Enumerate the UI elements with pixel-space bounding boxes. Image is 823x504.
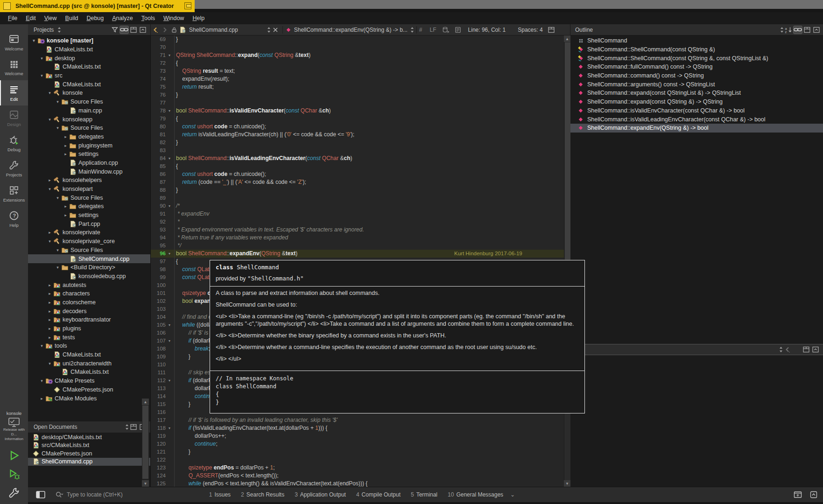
tree-row[interactable]: ▾src xyxy=(28,71,150,80)
tree-row[interactable]: ▸konsolehelpers xyxy=(28,176,150,185)
kit-selector-button[interactable]: Release with D... Information xyxy=(1,417,27,444)
tree-row[interactable]: CShellCommand.cpp xyxy=(28,254,150,263)
document-settings-icon[interactable] xyxy=(453,26,463,34)
tree-row[interactable]: CMakeLists.txt xyxy=(28,45,150,54)
outline-item[interactable]: ShellCommand::arguments() const -> QStri… xyxy=(570,80,823,89)
chevron-down-icon[interactable]: ▾ xyxy=(47,91,53,95)
open-document-item[interactable]: src/CMakeLists.txt xyxy=(28,441,150,450)
code-line-77[interactable]: 77 xyxy=(151,99,570,107)
chevron-down-icon[interactable]: ▾ xyxy=(39,343,45,348)
chevron-down-icon[interactable]: ▾ xyxy=(31,38,37,43)
tree-row[interactable]: ▾<Build Directory> xyxy=(28,263,150,272)
open-documents-title[interactable]: Open Documents xyxy=(34,424,77,430)
sync-with-editor-icon[interactable] xyxy=(120,26,129,34)
go-forward-icon[interactable] xyxy=(792,345,802,354)
go-back-icon[interactable] xyxy=(151,26,160,34)
split-panel-icon[interactable] xyxy=(802,345,811,354)
split-editor-icon[interactable] xyxy=(547,26,556,34)
outline-item[interactable]: ShellCommand::isValidEnvCharacter(const … xyxy=(570,106,823,115)
menu-view[interactable]: View xyxy=(40,15,61,21)
code-line-91[interactable]: 91 * expandEnv xyxy=(151,210,570,218)
outline-item[interactable]: ShellCommand::ShellCommand(const QString… xyxy=(570,45,823,54)
menu-file[interactable]: File xyxy=(4,15,21,21)
go-back-icon[interactable] xyxy=(783,345,792,354)
code-line-117[interactable]: 117 // if '$' is followed by an invalid … xyxy=(151,416,570,424)
run-button[interactable] xyxy=(0,447,28,464)
chevron-right-icon[interactable]: ▸ xyxy=(47,300,53,305)
scroll-up-icon[interactable]: ▲ xyxy=(564,35,570,42)
chevron-right-icon[interactable]: ▸ xyxy=(47,291,53,296)
tree-row[interactable]: ▸konsoleprivate xyxy=(28,228,150,237)
open-file-dropdown[interactable]: ShellCommand.cpp xyxy=(189,27,238,33)
split-panel-icon[interactable] xyxy=(129,26,138,34)
mode-projects[interactable]: Projects xyxy=(0,156,28,181)
close-panel-icon[interactable] xyxy=(138,26,148,34)
fold-marker-icon[interactable]: ▾ xyxy=(166,154,173,162)
chevron-down-icon[interactable]: ▾ xyxy=(39,56,45,61)
tree-row[interactable]: CMakeLists.txt xyxy=(28,63,150,71)
code-line-82[interactable]: 82} xyxy=(151,139,570,147)
tree-row[interactable]: CMakePresets.json xyxy=(28,385,150,394)
open-documents-scrollbar[interactable]: ▲ ▼ xyxy=(142,399,149,487)
pane-spinner-icon[interactable] xyxy=(779,346,783,353)
code-line-72[interactable]: 72{ xyxy=(151,59,570,67)
outline-item[interactable]: ShellCommand::isValidLeadingEnvCharacter… xyxy=(570,115,823,124)
fold-marker-icon[interactable]: ▾ xyxy=(166,377,173,385)
code-line-96[interactable]: 96▾bool ShellCommand::expandEnv(QString … xyxy=(151,250,570,258)
chevron-right-icon[interactable]: ▸ xyxy=(63,143,69,148)
go-forward-icon[interactable] xyxy=(160,26,169,34)
outline-panel-title[interactable]: Outline xyxy=(575,27,593,33)
tree-row[interactable]: ▸decoders xyxy=(28,307,150,315)
code-line-95[interactable]: 95 */ xyxy=(151,242,570,250)
code-line-119[interactable]: 119 dollarPos++; xyxy=(151,432,570,440)
code-line-92[interactable]: 92 * xyxy=(151,218,570,226)
menu-edit[interactable]: Edit xyxy=(21,15,40,21)
chevron-right-icon[interactable]: ▸ xyxy=(39,396,45,401)
output-pane-terminal[interactable]: 5Terminal xyxy=(411,491,437,498)
code-line-69[interactable]: 69} xyxy=(151,35,570,43)
chevron-down-icon[interactable]: ▾ xyxy=(47,361,53,366)
tree-row[interactable]: ▸settings xyxy=(28,211,150,220)
chevron-down-icon[interactable]: ▾ xyxy=(55,248,61,252)
sync-with-editor-icon[interactable] xyxy=(793,26,802,34)
mode-extensions[interactable]: Extensions xyxy=(0,181,28,206)
tree-row[interactable]: ▾konsole [master] xyxy=(28,36,150,45)
split-panel-icon[interactable] xyxy=(802,26,812,34)
fold-marker-icon[interactable]: ▾ xyxy=(166,51,173,59)
chevron-down-icon[interactable]: ▾ xyxy=(39,378,45,383)
tree-row[interactable]: ▸tests xyxy=(28,333,150,342)
tree-row[interactable]: ▸colorscheme xyxy=(28,298,150,307)
tree-row[interactable]: ▾uni2characterwidth xyxy=(28,359,150,368)
code-line-88[interactable]: 88} xyxy=(151,186,570,194)
code-line-84[interactable]: 84▾bool ShellCommand::isValidLeadingEnvC… xyxy=(151,154,570,162)
code-line-75[interactable]: 75 return result; xyxy=(151,83,570,91)
sort-alphabetically-icon[interactable]: az xyxy=(784,26,793,34)
chevron-right-icon[interactable]: ▸ xyxy=(47,317,53,322)
output-panes-menu-icon[interactable]: ⌄ xyxy=(510,491,515,498)
mode-design[interactable]: Design xyxy=(0,105,28,131)
chevron-right-icon[interactable]: ▸ xyxy=(63,213,69,217)
close-document-icon[interactable] xyxy=(271,26,280,34)
filter-icon[interactable] xyxy=(110,26,120,34)
tree-row[interactable]: ▾konsole xyxy=(28,89,150,98)
code-line-118[interactable]: 118▾ if (!isValidLeadingEnvCharacter(tex… xyxy=(151,424,570,432)
close-panel-icon[interactable] xyxy=(811,345,820,354)
chevron-down-icon[interactable]: ▾ xyxy=(55,196,61,200)
outline-item[interactable]: ShellCommand::expandEnv(QString &) -> bo… xyxy=(570,124,823,133)
scroll-down-icon[interactable]: ▼ xyxy=(564,480,570,487)
tree-row[interactable]: ▾tools xyxy=(28,342,150,350)
tree-row[interactable]: ▾desktop xyxy=(28,54,150,63)
open-in-window-icon[interactable] xyxy=(793,490,802,499)
outline-item[interactable]: ShellCommand::ShellCommand(const QString… xyxy=(570,54,823,63)
code-line-94[interactable]: 94 * Return true if any variables were e… xyxy=(151,234,570,242)
code-line-76[interactable]: 76} xyxy=(151,91,570,99)
menu-build[interactable]: Build xyxy=(61,15,83,21)
code-line-71[interactable]: 71▾QString ShellCommand::expand(const QS… xyxy=(151,51,570,59)
menu-analyze[interactable]: Analyze xyxy=(108,15,137,21)
open-document-item[interactable]: desktop/CMakeLists.txt xyxy=(28,433,150,441)
code-line-80[interactable]: 80 const ushort code = ch.unicode(); xyxy=(151,123,570,131)
spaces-indicator[interactable]: Spaces: 4 xyxy=(518,27,542,33)
chevron-down-icon[interactable]: ▾ xyxy=(55,99,61,104)
code-line-89[interactable]: 89 xyxy=(151,194,570,202)
tree-row[interactable]: ▸delegates xyxy=(28,202,150,211)
